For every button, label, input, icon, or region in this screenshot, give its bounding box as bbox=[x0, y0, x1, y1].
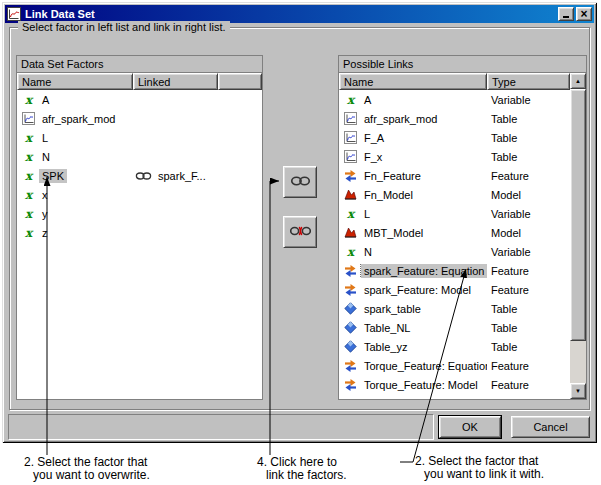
possible-links-list[interactable]: AVariable afr_spark_modTable F_ATable F_… bbox=[339, 90, 570, 399]
row-label: afr_spark_mod bbox=[361, 112, 440, 126]
model-icon bbox=[344, 188, 357, 201]
row-type: Feature bbox=[487, 360, 570, 372]
row-label: A bbox=[39, 93, 52, 107]
row-label: N bbox=[361, 245, 375, 259]
row-type: Feature bbox=[487, 284, 570, 296]
list-row[interactable]: LVariable bbox=[339, 204, 570, 223]
screenshot-canvas: Link Data Set Select factor in left list… bbox=[0, 0, 601, 485]
list-row[interactable]: spark_tableTable bbox=[339, 299, 570, 318]
row-label: N bbox=[39, 150, 53, 164]
right-panel-title: Possible Links bbox=[339, 56, 586, 73]
list-row[interactable]: N bbox=[17, 147, 262, 166]
row-label: Table_NL bbox=[361, 321, 413, 335]
row-label: Table_yz bbox=[361, 340, 410, 354]
row-type: Variable bbox=[487, 94, 570, 106]
link-data-set-dialog: Link Data Set Select factor in left list… bbox=[2, 2, 597, 443]
row-label: Fn_Feature bbox=[361, 169, 424, 183]
row-label: afr_spark_mod bbox=[39, 112, 118, 126]
list-row[interactable]: F_xTable bbox=[339, 147, 570, 166]
list-row[interactable]: F_ATable bbox=[339, 128, 570, 147]
chain-link-icon bbox=[135, 171, 152, 181]
scroll-down-icon[interactable] bbox=[570, 383, 586, 399]
row-type: Table bbox=[487, 113, 570, 125]
row-label: F_x bbox=[361, 150, 385, 164]
group-instruction: Select factor in left list and link in r… bbox=[18, 21, 230, 33]
list-row[interactable]: Fn_ModelModel bbox=[339, 185, 570, 204]
row-label: spark_Feature: Model bbox=[361, 283, 474, 297]
list-row[interactable]: A bbox=[17, 90, 262, 109]
status-strip bbox=[8, 414, 434, 440]
right-column-headers: Name Type bbox=[339, 73, 570, 90]
row-label: A bbox=[361, 93, 374, 107]
feature-icon bbox=[344, 283, 357, 296]
list-row[interactable]: x bbox=[17, 185, 262, 204]
list-row[interactable]: Torque_Feature: ModelFeature bbox=[339, 375, 570, 394]
list-row[interactable]: Torque_Feature: EquationFeature bbox=[339, 356, 570, 375]
list-row[interactable]: AVariable bbox=[339, 90, 570, 109]
feature-icon bbox=[344, 378, 357, 391]
list-row[interactable]: afr_spark_modTable bbox=[339, 109, 570, 128]
row-type: Model bbox=[487, 227, 570, 239]
column-header-name[interactable]: Name bbox=[17, 73, 133, 90]
list-row[interactable]: spark_Feature: ModelFeature bbox=[339, 280, 570, 299]
cancel-button[interactable]: Cancel bbox=[511, 416, 590, 438]
diamond-icon bbox=[344, 302, 357, 315]
list-row-selected[interactable]: spark_Feature: EquationFeature bbox=[339, 261, 570, 280]
list-row-selected[interactable]: SPKspark_F... bbox=[17, 166, 262, 185]
column-header-name[interactable]: Name bbox=[339, 73, 487, 90]
unlink-button[interactable] bbox=[283, 216, 317, 248]
row-label: Torque_Feature: Model bbox=[361, 378, 481, 392]
minimize-icon bbox=[563, 16, 569, 18]
list-row[interactable]: Table_NLTable bbox=[339, 318, 570, 337]
variable-icon bbox=[344, 207, 357, 220]
row-label: F_A bbox=[361, 131, 387, 145]
list-row[interactable]: L bbox=[17, 128, 262, 147]
row-label: spark_Feature: Equation bbox=[361, 264, 487, 278]
list-row[interactable]: NVariable bbox=[339, 242, 570, 261]
close-button[interactable] bbox=[576, 7, 592, 21]
list-row[interactable]: Fn_FeatureFeature bbox=[339, 166, 570, 185]
column-header-type[interactable]: Type bbox=[487, 73, 570, 90]
row-label: SPK bbox=[39, 169, 67, 183]
row-type: Variable bbox=[487, 246, 570, 258]
row-label: spark_table bbox=[361, 302, 424, 316]
row-label: x bbox=[39, 188, 51, 202]
list-row[interactable]: Table_yzTable bbox=[339, 337, 570, 356]
graph-icon bbox=[22, 112, 35, 125]
graph-icon bbox=[344, 150, 357, 163]
feature-icon bbox=[344, 169, 357, 182]
list-row[interactable]: z bbox=[17, 223, 262, 242]
window-title: Link Data Set bbox=[25, 8, 556, 20]
graph-icon bbox=[344, 112, 357, 125]
row-label: Fn_Model bbox=[361, 188, 416, 202]
left-panel-title: Data Set Factors bbox=[17, 56, 262, 73]
variable-icon bbox=[22, 188, 35, 201]
scrollbar-thumb[interactable] bbox=[570, 89, 586, 341]
variable-icon bbox=[22, 226, 35, 239]
row-label: L bbox=[361, 207, 373, 221]
row-type: Table bbox=[487, 322, 570, 334]
diamond-icon bbox=[344, 340, 357, 353]
row-label: L bbox=[39, 131, 51, 145]
column-header-linked[interactable]: Linked bbox=[133, 73, 218, 90]
left-column-headers: Name Linked bbox=[17, 73, 262, 90]
chain-link-icon bbox=[290, 175, 311, 190]
row-label: z bbox=[39, 226, 51, 240]
vertical-scrollbar[interactable] bbox=[570, 73, 586, 399]
row-type: Table bbox=[487, 303, 570, 315]
list-row[interactable]: MBT_ModelModel bbox=[339, 223, 570, 242]
link-button[interactable] bbox=[283, 166, 317, 198]
graph-app-icon bbox=[7, 7, 21, 21]
variable-icon bbox=[22, 169, 35, 182]
annotation-select-link-with: 2. Select the factor that you want to li… bbox=[415, 455, 544, 481]
ok-button[interactable]: OK bbox=[439, 416, 501, 438]
scroll-up-icon[interactable] bbox=[570, 73, 586, 89]
list-row[interactable]: afr_spark_mod bbox=[17, 109, 262, 128]
data-set-factors-list[interactable]: A afr_spark_mod L N SPKspark_F... x y z bbox=[17, 90, 262, 399]
row-label: y bbox=[39, 207, 51, 221]
row-type: Feature bbox=[487, 265, 570, 277]
chain-unlink-icon bbox=[290, 225, 311, 240]
variable-icon bbox=[344, 245, 357, 258]
list-row[interactable]: y bbox=[17, 204, 262, 223]
minimize-button[interactable] bbox=[558, 7, 574, 21]
